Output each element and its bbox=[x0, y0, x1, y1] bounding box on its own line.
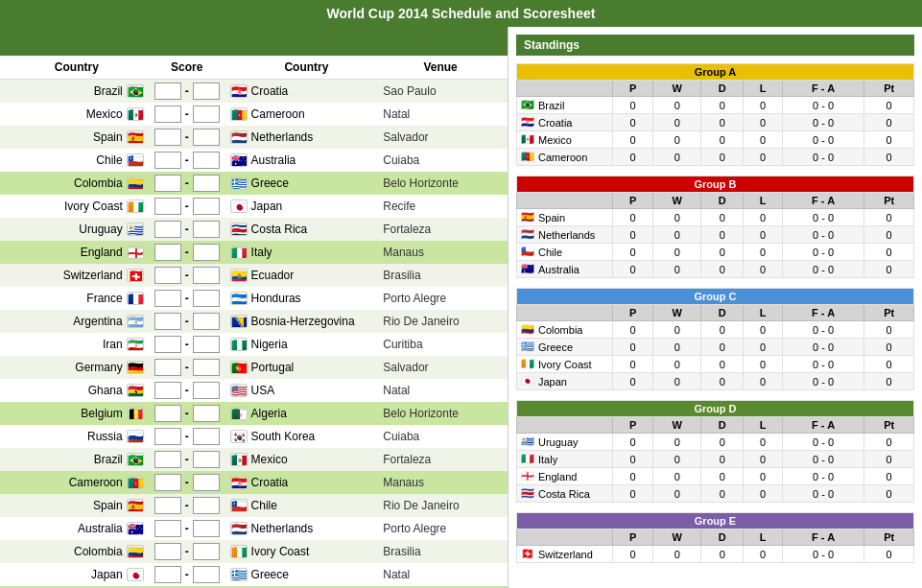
score-box-1[interactable] bbox=[154, 497, 181, 514]
standings-col-header: F - A bbox=[782, 529, 863, 546]
standings-name: Japan bbox=[538, 376, 567, 388]
score-box-2[interactable] bbox=[193, 82, 220, 100]
team1-cell: Spain 🇪🇸 bbox=[10, 130, 144, 144]
score-box-1[interactable] bbox=[154, 382, 181, 399]
score-box-1[interactable] bbox=[154, 129, 181, 146]
score-box-2[interactable] bbox=[193, 497, 220, 514]
standings-cell: 0 - 0 bbox=[782, 321, 863, 339]
score-box-1[interactable] bbox=[154, 198, 181, 215]
score-box-2[interactable] bbox=[193, 566, 220, 583]
score-box-2[interactable] bbox=[193, 382, 220, 399]
team1-cell: Ghana 🇬🇭 bbox=[10, 384, 144, 397]
score-box-1[interactable] bbox=[154, 474, 181, 491]
standings-cell: 0 bbox=[613, 451, 653, 468]
score-box-2[interactable] bbox=[193, 152, 220, 169]
score-box-1[interactable] bbox=[154, 520, 181, 537]
score-box-1[interactable] bbox=[154, 428, 181, 445]
score-box-2[interactable] bbox=[193, 359, 220, 376]
standings-cell: 0 bbox=[744, 546, 783, 563]
standings-cell: 0 bbox=[653, 356, 701, 373]
score-box-2[interactable] bbox=[193, 198, 220, 215]
score-box-1[interactable] bbox=[154, 82, 181, 100]
team2-name: Greece bbox=[251, 568, 289, 581]
standings-cell: 0 bbox=[701, 468, 744, 485]
score-box-2[interactable] bbox=[193, 543, 220, 560]
standings-cell: 0 bbox=[744, 339, 783, 356]
team2-name: Croatia bbox=[251, 476, 289, 489]
team2-flag: 🇺🇸 bbox=[230, 384, 248, 397]
score-box-1[interactable] bbox=[154, 405, 181, 422]
score-box-2[interactable] bbox=[193, 267, 220, 284]
team1-flag: 🇪🇸 bbox=[127, 499, 144, 512]
score-box-1[interactable] bbox=[154, 221, 181, 238]
standings-cell: 0 bbox=[653, 339, 701, 356]
standings-cell: 0 bbox=[744, 356, 783, 373]
standings-cell: 0 - 0 bbox=[782, 149, 863, 166]
standings-cell: 0 bbox=[653, 468, 701, 485]
score-cell: - bbox=[144, 221, 230, 238]
standings-cell: 0 bbox=[744, 226, 783, 244]
score-box-2[interactable] bbox=[193, 106, 220, 123]
standings-cell: 0 bbox=[701, 485, 744, 503]
team2-cell: 🇳🇬 Nigeria bbox=[230, 338, 384, 351]
score-box-2[interactable] bbox=[193, 336, 220, 353]
team1-name: Chile bbox=[96, 153, 122, 167]
match-row: Ghana 🇬🇭 - 🇺🇸 USA Natal bbox=[0, 379, 508, 402]
match-row: Switzerland 🇨🇭 - 🇪🇨 Ecuador Brasilia bbox=[0, 264, 508, 287]
score-box-2[interactable] bbox=[193, 221, 220, 238]
standings-cell: 0 bbox=[653, 97, 701, 114]
standings-team-row: 🇺🇾Uruguay00000 - 00 bbox=[517, 434, 914, 451]
score-box-1[interactable] bbox=[154, 336, 181, 353]
score-box-1[interactable] bbox=[154, 106, 181, 123]
score-box-2[interactable] bbox=[193, 474, 220, 491]
score-box-2[interactable] bbox=[193, 428, 220, 445]
standings-cell: 0 bbox=[613, 261, 653, 278]
score-box-1[interactable] bbox=[154, 175, 181, 192]
score-cell: - bbox=[144, 313, 230, 330]
standings-cell: 0 bbox=[864, 97, 914, 114]
team1-cell: Uruguay 🇺🇾 bbox=[10, 223, 144, 236]
score-box-2[interactable] bbox=[193, 129, 220, 146]
score-box-1[interactable] bbox=[154, 543, 181, 560]
group-table: Group APWDLF - APt🇧🇷Brazil00000 - 00🇭🇷Cr… bbox=[516, 63, 914, 166]
standings-cell: 0 bbox=[701, 321, 744, 339]
groups-container: Group APWDLF - APt🇧🇷Brazil00000 - 00🇭🇷Cr… bbox=[516, 63, 914, 563]
score-box-1[interactable] bbox=[154, 267, 181, 284]
team2-flag: 🇨🇷 bbox=[230, 223, 248, 236]
standings-panel: Standings Group APWDLF - APt🇧🇷Brazil0000… bbox=[508, 27, 922, 588]
score-box-1[interactable] bbox=[154, 152, 181, 169]
score-box-2[interactable] bbox=[193, 244, 220, 261]
standings-team-name: 🇧🇷Brazil bbox=[517, 97, 613, 114]
score-box-1[interactable] bbox=[154, 313, 181, 330]
score-box-2[interactable] bbox=[193, 313, 220, 330]
team1-cell: Mexico 🇲🇽 bbox=[10, 107, 144, 121]
score-box-1[interactable] bbox=[154, 244, 181, 261]
page-title: World Cup 2014 Schedule and Scoresheet bbox=[327, 6, 596, 21]
score-box-1[interactable] bbox=[154, 566, 181, 583]
venue-cell: Salvador bbox=[383, 130, 498, 144]
team2-flag: 🇳🇱 bbox=[230, 130, 248, 144]
standings-flag: 🇨🇴 bbox=[521, 323, 534, 336]
score-dash: - bbox=[185, 153, 189, 167]
score-box-1[interactable] bbox=[154, 451, 181, 468]
standings-col-header: P bbox=[613, 81, 653, 97]
score-box-2[interactable] bbox=[193, 290, 220, 307]
venue-cell: Belo Horizonte bbox=[383, 176, 498, 190]
score-dash: - bbox=[185, 84, 189, 98]
score-box-2[interactable] bbox=[193, 175, 220, 192]
standings-cell: 0 bbox=[701, 356, 744, 373]
team2-cell: 🇰🇷 South Korea bbox=[230, 430, 384, 443]
score-box-2[interactable] bbox=[193, 451, 220, 468]
standings-col-header: Pt bbox=[864, 529, 914, 546]
score-box-1[interactable] bbox=[154, 290, 181, 307]
team2-cell: 🇵🇹 Portugal bbox=[230, 361, 384, 374]
team1-flag: 🇲🇽 bbox=[127, 107, 144, 121]
schedule-header-bar bbox=[0, 27, 508, 56]
score-box-1[interactable] bbox=[154, 359, 181, 376]
score-box-2[interactable] bbox=[193, 405, 220, 422]
standings-cell: 0 bbox=[864, 321, 914, 339]
standings-cell: 0 - 0 bbox=[782, 131, 863, 149]
team2-cell: 🇨🇱 Chile bbox=[230, 499, 384, 512]
score-cell: - bbox=[144, 198, 230, 215]
score-box-2[interactable] bbox=[193, 520, 220, 537]
